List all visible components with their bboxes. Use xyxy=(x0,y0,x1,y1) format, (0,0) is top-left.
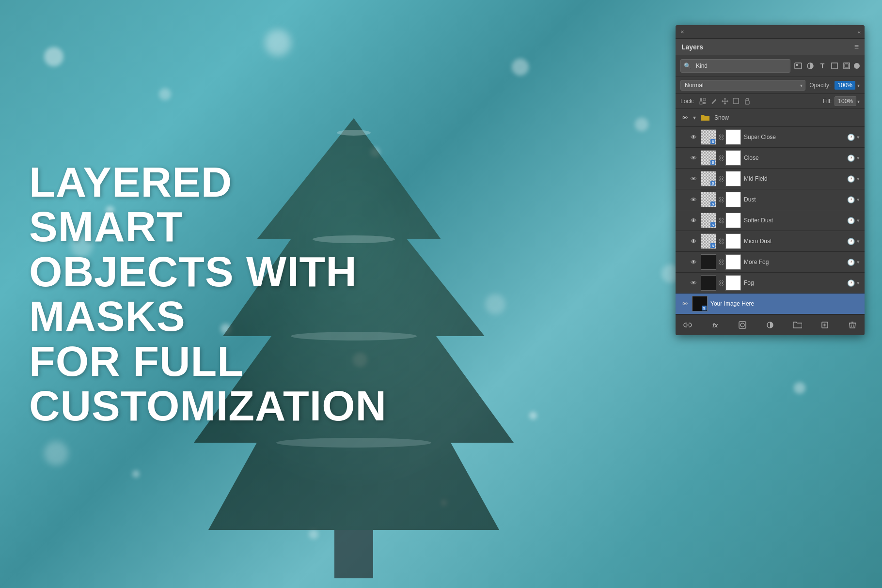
layer-mask-thumb xyxy=(725,254,741,270)
opacity-value[interactable]: 100% xyxy=(835,81,855,90)
lock-icons xyxy=(698,97,752,106)
layer-row-micro-dust[interactable]: 👁 S ⛓ Micro Dust 🕐 ▾ xyxy=(676,231,865,252)
chevron-icon[interactable]: ▾ xyxy=(857,176,860,182)
lock-transparent-icon[interactable] xyxy=(698,97,707,106)
fill-value[interactable]: 100% xyxy=(835,96,856,106)
panel-menu-icon[interactable]: ≡ xyxy=(854,43,859,51)
layers-panel: × « Layers ≡ 🔍 Kind T xyxy=(676,25,865,335)
link-icon[interactable] xyxy=(681,319,694,331)
layer-visibility-dust[interactable]: 👁 xyxy=(689,195,698,204)
thumb-container: S ⛓ xyxy=(701,129,741,145)
time-icon: 🕐 xyxy=(847,196,855,203)
svg-rect-7 xyxy=(796,64,798,66)
filter-icons: T xyxy=(793,61,860,71)
chevron-icon[interactable]: ▾ xyxy=(857,217,860,224)
layer-visibility-super-close[interactable]: 👁 xyxy=(689,133,698,141)
lock-move-icon[interactable] xyxy=(721,97,729,106)
layer-row-fog[interactable]: 👁 ⛓ Fog 🕐 ▾ xyxy=(676,273,865,294)
blend-mode-select[interactable]: Normal Multiply Screen Overlay xyxy=(680,80,805,91)
layer-mask-thumb xyxy=(725,171,741,186)
layer-row-softer-dust[interactable]: 👁 S ⛓ Softer Dust 🕐 ▾ xyxy=(676,210,865,231)
delete-layer-icon[interactable] xyxy=(846,319,859,331)
group-name: Snow xyxy=(714,114,860,121)
filter-status-dot xyxy=(854,63,860,69)
thumb-container: S ⛓ xyxy=(701,150,741,166)
layer-row-dust[interactable]: 👁 S ⛓ Dust 🕐 ▾ xyxy=(676,189,865,210)
chevron-icon[interactable]: ▾ xyxy=(857,238,860,245)
lock-artboard-icon[interactable] xyxy=(732,97,740,106)
main-headline: LAYERED SMART OBJECTS WITH MASKS FOR FUL… xyxy=(29,160,368,428)
group-visibility-toggle[interactable]: 👁 xyxy=(680,113,689,122)
layer-visibility-close[interactable]: 👁 xyxy=(689,154,698,162)
svg-rect-9 xyxy=(832,63,837,69)
text-filter-icon[interactable]: T xyxy=(818,61,827,71)
shape-filter-icon[interactable] xyxy=(830,61,839,71)
time-icon: 🕐 xyxy=(847,238,855,245)
lock-label: Lock: xyxy=(680,98,694,105)
layer-row-mid-field[interactable]: 👁 S ⛓ Mid Field 🕐 ▾ xyxy=(676,169,865,189)
layer-name: Micro Dust xyxy=(744,238,844,245)
filter-kind-select[interactable]: Kind xyxy=(693,61,787,71)
layer-actions: 🕐 ▾ xyxy=(847,175,860,183)
layer-visibility-your-image[interactable]: 👁 xyxy=(680,299,689,308)
layer-thumb-dark xyxy=(701,254,716,270)
layer-row-more-fog[interactable]: 👁 ⛓ More Fog 🕐 ▾ xyxy=(676,252,865,273)
chevron-icon[interactable]: ▾ xyxy=(857,280,860,286)
svg-rect-13 xyxy=(703,98,706,101)
fill-dropdown-arrow[interactable]: ▾ xyxy=(857,99,860,104)
new-group-icon[interactable] xyxy=(791,319,804,331)
chevron-icon[interactable]: ▾ xyxy=(857,197,860,203)
fx-icon[interactable]: fx xyxy=(709,319,722,331)
chevron-icon[interactable]: ▾ xyxy=(857,259,860,265)
panel-close-button[interactable]: × xyxy=(680,28,684,35)
layer-visibility-softer-dust[interactable]: 👁 xyxy=(689,216,698,225)
layer-mask-thumb xyxy=(725,150,741,166)
layer-actions: 🕐 ▾ xyxy=(847,259,860,266)
svg-rect-11 xyxy=(845,64,849,68)
chevron-icon[interactable]: ▾ xyxy=(857,134,860,140)
layer-actions: 🕐 ▾ xyxy=(847,279,860,287)
thumb-container: S ⛓ xyxy=(701,213,741,228)
layer-mask-thumb xyxy=(725,275,741,291)
layers-list: 👁 ▾ Snow 👁 S ⛓ Super Close 🕐 ▾ xyxy=(676,109,865,314)
layer-thumb-smart: S xyxy=(701,233,716,249)
lock-paint-icon[interactable] xyxy=(709,97,718,106)
fill-label: Fill: xyxy=(823,98,832,105)
thumb-container: S ⛓ xyxy=(701,171,741,186)
adjustment-filter-icon[interactable] xyxy=(805,61,815,71)
layer-visibility-fog[interactable]: 👁 xyxy=(689,279,698,287)
layer-group-snow[interactable]: 👁 ▾ Snow xyxy=(676,109,865,127)
layer-thumb-dark xyxy=(701,275,716,291)
layer-row-your-image[interactable]: 👁 S Your Image Here xyxy=(676,294,865,314)
layer-name: Super Close xyxy=(744,134,844,140)
svg-rect-12 xyxy=(700,98,702,101)
adjustment-icon[interactable] xyxy=(764,319,776,331)
layer-visibility-micro-dust[interactable]: 👁 xyxy=(689,237,698,246)
image-filter-icon[interactable] xyxy=(793,61,803,71)
layer-thumb-image: S xyxy=(692,296,708,311)
panel-header: Layers ≡ xyxy=(676,39,865,55)
time-icon: 🕐 xyxy=(847,217,855,224)
panel-collapse-button[interactable]: « xyxy=(858,29,860,35)
new-layer-icon[interactable] xyxy=(819,319,831,331)
svg-point-5 xyxy=(337,130,371,136)
layer-thumb-smart: S xyxy=(701,150,716,166)
thumb-container: ⛓ xyxy=(701,275,741,291)
layer-row-close[interactable]: 👁 S ⛓ Close 🕐 ▾ xyxy=(676,148,865,169)
svg-rect-14 xyxy=(700,102,702,104)
layer-name: Softer Dust xyxy=(744,217,844,224)
opacity-dropdown-arrow[interactable]: ▾ xyxy=(857,83,860,88)
time-icon: 🕐 xyxy=(847,259,855,266)
layer-actions: 🕐 ▾ xyxy=(847,196,860,203)
add-mask-icon[interactable] xyxy=(736,319,749,331)
smart-filter-icon[interactable] xyxy=(842,61,851,71)
layer-visibility-mid-field[interactable]: 👁 xyxy=(689,174,698,183)
chevron-icon[interactable]: ▾ xyxy=(857,155,860,161)
panel-titlebar: × « xyxy=(676,25,865,39)
layer-row-super-close[interactable]: 👁 S ⛓ Super Close 🕐 ▾ xyxy=(676,127,865,148)
svg-rect-1 xyxy=(334,530,373,578)
layer-visibility-more-fog[interactable]: 👁 xyxy=(689,258,698,266)
lock-all-icon[interactable] xyxy=(743,97,752,106)
group-expand-arrow[interactable]: ▾ xyxy=(693,114,696,121)
layer-name: Close xyxy=(744,155,844,161)
